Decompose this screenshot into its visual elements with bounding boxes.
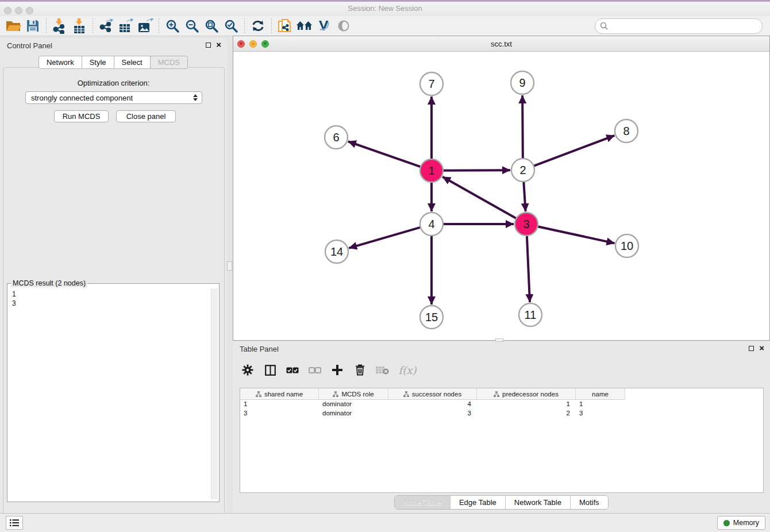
table-cell[interactable]: dominator (319, 400, 388, 409)
graph-node-7[interactable]: 7 (420, 72, 443, 95)
run-mcds-button[interactable]: Run MCDS (54, 110, 109, 122)
export-image-button[interactable] (136, 17, 155, 34)
node-table[interactable]: shared nameMCDS rolesuccessor nodesprede… (240, 388, 764, 493)
tab-network[interactable]: Network (38, 56, 82, 69)
graph-node-2[interactable]: 2 (511, 159, 534, 182)
zoom-in-button[interactable] (163, 17, 182, 34)
table-cell[interactable]: 3 (576, 409, 625, 418)
zoom-selected-button[interactable] (221, 17, 241, 34)
function-builder-button[interactable]: f(x) (398, 363, 417, 377)
tab-node-table[interactable]: Node Table (395, 496, 450, 509)
select-all-button[interactable] (286, 363, 299, 377)
edge-2-3[interactable] (523, 182, 525, 211)
search-box[interactable] (595, 18, 763, 34)
close-panel-icon[interactable]: × (216, 42, 221, 48)
tab-edge-table[interactable]: Edge Table (450, 496, 505, 509)
result-line: 1 (12, 290, 16, 299)
graph-node-9[interactable]: 9 (511, 71, 534, 94)
table-cell[interactable]: 1 (477, 400, 576, 409)
svg-text:9: 9 (519, 76, 525, 89)
memory-button[interactable]: Memory (717, 516, 765, 530)
graph-node-3[interactable]: 3 (515, 213, 538, 236)
edge-1-6[interactable] (348, 141, 421, 167)
table-row[interactable]: 3dominator323 (240, 409, 763, 418)
close-panel-button[interactable]: Close panel (116, 110, 176, 122)
graph-node-4[interactable]: 4 (420, 213, 443, 236)
add-column-button[interactable] (330, 363, 344, 377)
search-input[interactable] (609, 21, 762, 32)
float-panel-icon[interactable] (206, 43, 211, 48)
edge-3-1[interactable] (442, 177, 516, 218)
edge-3-11[interactable] (527, 236, 530, 302)
edge-4-14[interactable] (349, 228, 421, 248)
criterion-select[interactable]: strongly connected component (25, 91, 202, 104)
table-cell[interactable]: 4 (388, 400, 477, 409)
ndex-button[interactable] (295, 17, 314, 34)
column-header-label: successor nodes (412, 391, 461, 398)
zoom-fit-button[interactable] (202, 17, 221, 34)
save-session-button[interactable] (23, 17, 43, 34)
result-scrollbar[interactable] (211, 288, 218, 499)
close-table-panel-icon[interactable]: × (759, 345, 764, 351)
import-table-button[interactable] (70, 17, 89, 34)
export-table-button[interactable] (116, 17, 136, 34)
column-header-predecessor-nodes[interactable]: predecessor nodes (477, 388, 576, 400)
toolbar-separator (159, 18, 159, 33)
import-network-button[interactable] (50, 17, 70, 34)
gear-button[interactable] (241, 363, 255, 377)
network-canvas[interactable]: 7968124314101511 (233, 52, 769, 340)
table-tabs: Node TableEdge TableNetwork TableMotifs (233, 495, 770, 510)
open-session-button[interactable] (3, 17, 23, 34)
export-network-icon (99, 18, 114, 33)
column-panel-button[interactable] (263, 363, 277, 377)
vizmapper-button[interactable] (314, 17, 334, 34)
task-history-button[interactable] (6, 516, 23, 530)
column-header-shared-name[interactable]: shared name (240, 388, 319, 400)
column-header-MCDS-role[interactable]: MCDS role (319, 388, 388, 400)
export-network-button[interactable] (97, 17, 116, 34)
tab-style[interactable]: Style (82, 56, 114, 69)
edge-3-10[interactable] (538, 226, 615, 243)
tab-select[interactable]: Select (114, 56, 151, 69)
tab-mcds[interactable]: MCDS (150, 56, 188, 69)
edge-1-2[interactable] (443, 170, 510, 171)
delete-column-button[interactable] (353, 363, 367, 377)
svg-text:14: 14 (330, 245, 343, 258)
application-window: Session: New Session (0, 0, 770, 532)
import-table-icon (72, 18, 86, 34)
table-cell[interactable]: 1 (576, 400, 625, 409)
table-cell[interactable]: 3 (240, 409, 319, 418)
graph-node-6[interactable]: 6 (325, 126, 348, 149)
table-cell[interactable]: dominator (319, 409, 388, 418)
graph-node-8[interactable]: 8 (615, 119, 638, 142)
zoom-out-button[interactable] (182, 17, 202, 34)
column-header-successor-nodes[interactable]: successor nodes (388, 388, 477, 400)
clone-network-button[interactable] (275, 17, 295, 34)
tab-motifs[interactable]: Motifs (570, 496, 608, 509)
show-hide-icon (337, 20, 350, 32)
table-cell[interactable]: 1 (240, 400, 319, 409)
edge-2-9[interactable] (522, 95, 523, 159)
table-cell[interactable]: 3 (388, 409, 477, 418)
table-cell[interactable]: 2 (477, 409, 576, 418)
deselect-all-icon (309, 367, 321, 374)
column-namespace-icon (494, 391, 499, 397)
mcds-result-list[interactable]: 13 (12, 290, 16, 308)
delete-table-button[interactable] (375, 363, 389, 377)
graph-node-11[interactable]: 11 (519, 303, 542, 326)
table-row[interactable]: 1dominator411 (240, 400, 763, 409)
apply-layout-button[interactable] (248, 17, 268, 34)
delete-table-icon (375, 365, 389, 375)
task-list-icon (9, 519, 20, 527)
vertical-splitter-handle[interactable] (227, 261, 232, 271)
graph-node-14[interactable]: 14 (325, 240, 348, 263)
float-table-panel-icon[interactable] (749, 346, 754, 351)
graph-node-10[interactable]: 10 (615, 234, 638, 257)
graph-node-1[interactable]: 1 (420, 159, 443, 182)
tab-network-table[interactable]: Network Table (505, 496, 570, 509)
show-hide-button[interactable] (334, 17, 353, 34)
column-header-name[interactable]: name (576, 388, 625, 400)
deselect-all-button[interactable] (308, 363, 322, 377)
edge-2-8[interactable] (534, 136, 615, 166)
graph-node-15[interactable]: 15 (420, 306, 443, 329)
